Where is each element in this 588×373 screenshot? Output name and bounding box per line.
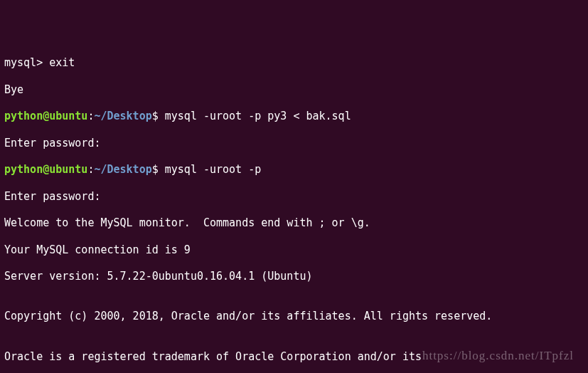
prompt-user: python [4, 163, 43, 176]
terminal-line: mysql> exit [4, 56, 584, 70]
terminal-line: Welcome to the MySQL monitor. Commands e… [4, 216, 584, 230]
terminal-line: Copyright (c) 2000, 2018, Oracle and/or … [4, 310, 584, 323]
prompt-dollar: $ [152, 110, 165, 122]
terminal-line: Enter password: [4, 190, 584, 204]
prompt-at: @ [43, 110, 49, 122]
prompt-dollar: $ [152, 163, 165, 176]
prompt-host: ubuntu [49, 163, 87, 176]
prompt-line: python@ubuntu:~/Desktop$ mysql -uroot -p [4, 163, 584, 177]
prompt-user: python [4, 110, 43, 122]
watermark-text: https://blog.csdn.net/ITpfzl [422, 348, 574, 363]
terminal-line: Server version: 5.7.22-0ubuntu0.16.04.1 … [4, 270, 584, 283]
prompt-at: @ [43, 163, 49, 176]
prompt-path: ~/Desktop [94, 110, 151, 122]
terminal-line: Your MySQL connection id is 9 [4, 243, 584, 257]
prompt-line: python@ubuntu:~/Desktop$ mysql -uroot -p… [4, 110, 584, 123]
command-text: mysql -uroot -p py3 < bak.sql [165, 110, 351, 122]
terminal-line: Bye [4, 83, 584, 97]
command-text: mysql -uroot -p [165, 163, 261, 176]
prompt-host: ubuntu [49, 110, 87, 122]
terminal-line: Enter password: [4, 137, 584, 150]
prompt-path: ~/Desktop [94, 163, 151, 176]
